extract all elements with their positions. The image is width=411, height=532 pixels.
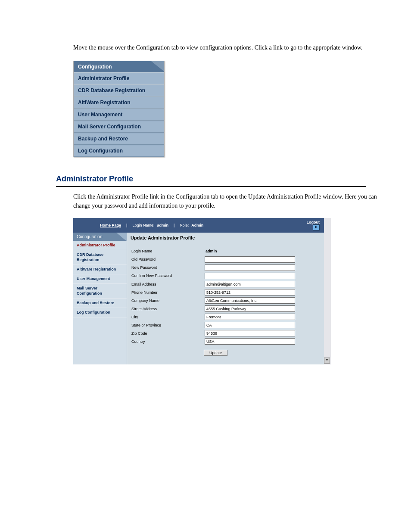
- row-confirm-password: Confirm New Password: [131, 272, 321, 280]
- section-rule: [56, 186, 366, 187]
- row-street: Street Address: [131, 305, 321, 312]
- page-title: Update Administrator Profile: [131, 235, 322, 240]
- sep2: |: [174, 223, 174, 227]
- section-body: Click the Administrator Profile link in …: [73, 192, 383, 210]
- menu-item-log-config[interactable]: Log Configuration: [74, 145, 164, 157]
- row-country: Country: [131, 338, 321, 345]
- logout-go-button[interactable]: ▶: [313, 224, 320, 230]
- section-heading: Administrator Profile: [56, 174, 366, 184]
- email-input[interactable]: [205, 281, 295, 287]
- intro-paragraph: Move the mouse over the Configuration ta…: [73, 43, 383, 52]
- label-city: City: [131, 314, 205, 320]
- button-row: Update: [131, 346, 321, 356]
- menu-item-cdr-registration[interactable]: CDR Database Registration: [74, 84, 164, 96]
- app-body: Configuration Administrator Profile CDR …: [73, 233, 324, 364]
- config-menu: Configuration Administrator Profile CDR …: [73, 61, 165, 157]
- new-password-input[interactable]: [205, 264, 295, 271]
- app-top-bar: Home Page | Login Name: admin | Role: Ad…: [73, 218, 324, 233]
- label-street: Street Address: [131, 305, 205, 312]
- role-label: Role:: [180, 223, 189, 227]
- role-value: Admin: [191, 223, 203, 227]
- label-new-password: New Password: [131, 264, 205, 271]
- side-link-cdr-registration[interactable]: CDR Database Registration: [73, 250, 127, 265]
- label-email: Email Address: [131, 281, 205, 288]
- city-input[interactable]: [205, 314, 295, 320]
- street-input[interactable]: [205, 305, 295, 312]
- company-input[interactable]: [205, 297, 295, 304]
- side-link-user-mgmt[interactable]: User Management: [73, 274, 127, 284]
- country-input[interactable]: [205, 338, 295, 345]
- menu-item-user-mgmt[interactable]: User Management: [74, 109, 164, 121]
- app-side-nav: Configuration Administrator Profile CDR …: [73, 233, 127, 364]
- side-link-altiware-reg[interactable]: AltiWare Registration: [73, 265, 127, 274]
- row-new-password: New Password: [131, 264, 321, 271]
- document-page: Move the mouse over the Configuration ta…: [0, 0, 411, 532]
- row-state: State or Province: [131, 322, 321, 329]
- value-login-name: admin: [205, 248, 218, 255]
- admin-profile-form: Login Name admin Old Password New Passwo…: [131, 244, 322, 360]
- old-password-input[interactable]: [205, 256, 295, 263]
- row-old-password: Old Password: [131, 256, 321, 263]
- zip-input[interactable]: [205, 330, 295, 336]
- menu-item-admin-profile[interactable]: Administrator Profile: [74, 72, 164, 84]
- label-zip: Zip Code: [131, 330, 205, 337]
- config-menu-header: Configuration: [74, 61, 164, 72]
- scroll-down-icon[interactable]: ▼: [324, 358, 330, 364]
- top-bar-right: Logout ▶: [307, 220, 320, 230]
- menu-item-backup-restore[interactable]: Backup and Restore: [74, 133, 164, 145]
- confirm-password-input[interactable]: [205, 273, 295, 279]
- row-email: Email Address: [131, 281, 321, 288]
- row-city: City: [131, 314, 321, 320]
- side-link-admin-profile[interactable]: Administrator Profile: [73, 241, 127, 250]
- label-old-password: Old Password: [131, 256, 205, 263]
- side-link-log-config[interactable]: Log Configuration: [73, 308, 127, 317]
- label-phone: Phone Number: [131, 289, 205, 296]
- label-company: Company Name: [131, 297, 205, 304]
- login-name-label: Login Name:: [132, 223, 154, 227]
- login-name-value: admin: [157, 223, 168, 227]
- phone-input[interactable]: [205, 289, 295, 296]
- label-confirm-password: Confirm New Password: [131, 272, 205, 280]
- menu-item-mail-server[interactable]: Mail Server Configuration: [74, 121, 164, 133]
- side-link-mail-server[interactable]: Mail Server Configuration: [73, 284, 127, 299]
- label-state: State or Province: [131, 322, 205, 329]
- row-phone: Phone Number: [131, 289, 321, 296]
- label-country: Country: [131, 338, 205, 345]
- app-main: Update Administrator Profile Login Name …: [127, 233, 324, 364]
- row-login-name: Login Name admin: [131, 248, 321, 255]
- menu-item-altiware-reg[interactable]: AltiWare Registration: [74, 96, 164, 109]
- sep1: |: [126, 223, 127, 227]
- state-input[interactable]: [205, 322, 295, 328]
- row-company: Company Name: [131, 297, 321, 304]
- top-bar-left: Home Page | Login Name: admin | Role: Ad…: [78, 223, 307, 227]
- label-login-name: Login Name: [131, 248, 205, 255]
- update-button[interactable]: Update: [204, 350, 227, 356]
- row-zip: Zip Code: [131, 330, 321, 337]
- app-screenshot: Home Page | Login Name: admin | Role: Ad…: [73, 218, 331, 364]
- home-link[interactable]: Home Page: [100, 223, 121, 227]
- side-link-backup-restore[interactable]: Backup and Restore: [73, 299, 127, 308]
- logout-link[interactable]: Logout: [307, 220, 320, 224]
- side-tab-configuration: Configuration: [73, 233, 127, 241]
